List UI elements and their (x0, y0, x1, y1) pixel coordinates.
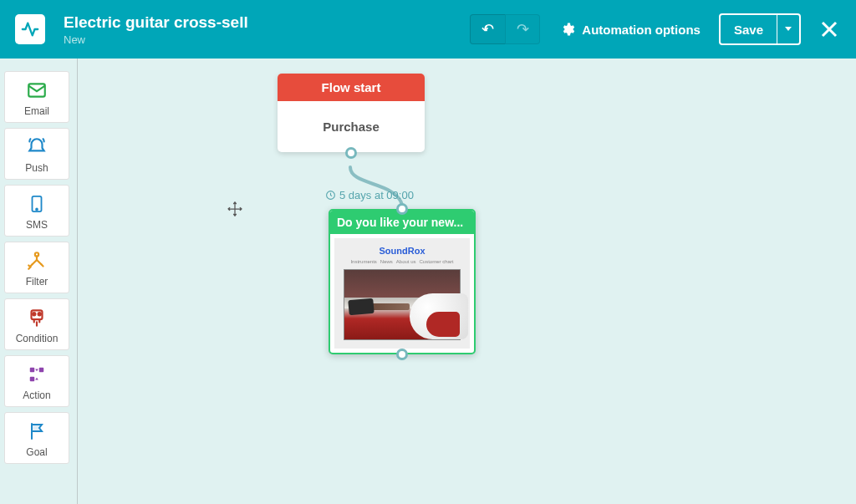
palette-label: Goal (26, 446, 47, 458)
save-dropdown-button[interactable] (777, 13, 801, 45)
flow-canvas[interactable]: Flow start Purchase 5 days at 09:00 Do y… (77, 59, 856, 504)
automation-options-label: Automation options (582, 23, 701, 37)
palette-label: Filter (26, 276, 48, 288)
svg-rect-10 (39, 368, 44, 373)
palette-label: Email (24, 105, 49, 117)
palette-item-email[interactable]: Email (4, 71, 69, 123)
automation-options-button[interactable]: Automation options (557, 14, 704, 44)
email-preview-thumbnail: SoundRox Instruments News About us Custo… (334, 238, 470, 349)
svg-marker-13 (35, 378, 38, 380)
save-button[interactable]: Save (719, 13, 777, 45)
palette-label: Action (23, 389, 50, 401)
undo-button[interactable]: ↶ (470, 14, 505, 44)
palette-label: Condition (16, 333, 59, 344)
email-icon (25, 79, 48, 102)
preview-nav: Instruments News About us Customer chart (350, 259, 453, 264)
filter-icon (25, 249, 48, 272)
svg-point-4 (36, 209, 38, 211)
push-icon (25, 135, 48, 159)
element-palette: Email Push SMS Filter Condition Action (4, 71, 69, 464)
action-icon (25, 363, 48, 386)
preview-hero-image (344, 269, 461, 340)
node-output-port[interactable] (396, 349, 408, 360)
flow-start-header: Flow start (278, 74, 425, 101)
palette-item-action[interactable]: Action (4, 355, 69, 407)
palette-item-filter[interactable]: Filter (4, 242, 69, 293)
close-icon (819, 19, 839, 39)
delay-label[interactable]: 5 days at 09:00 (325, 189, 414, 201)
palette-item-goal[interactable]: Goal (4, 412, 69, 464)
node-output-port[interactable] (345, 147, 357, 159)
svg-marker-12 (35, 369, 38, 372)
automation-title: Electric guitar cross-sell (64, 13, 248, 32)
automation-status: New (64, 33, 248, 46)
flow-start-trigger: Purchase (278, 101, 425, 152)
svg-point-7 (33, 313, 35, 315)
svg-point-8 (38, 313, 41, 315)
svg-rect-9 (30, 368, 35, 373)
palette-item-sms[interactable]: SMS (4, 185, 69, 237)
delay-text: 5 days at 09:00 (339, 189, 414, 201)
move-cursor-icon (227, 201, 243, 217)
sms-icon (25, 192, 48, 216)
email-node[interactable]: Do you like your new... SoundRox Instrum… (329, 209, 476, 354)
chevron-down-icon (785, 27, 792, 32)
svg-rect-11 (30, 377, 35, 382)
palette-label: SMS (26, 219, 48, 231)
palette-label: Push (25, 162, 48, 174)
app-logo-icon (15, 14, 45, 44)
node-input-port[interactable] (396, 203, 408, 215)
gear-icon (560, 22, 575, 37)
top-header: Electric guitar cross-sell New ↶ ↷ Autom… (0, 0, 856, 59)
close-button[interactable] (818, 18, 841, 41)
flow-start-node[interactable]: Flow start Purchase (278, 74, 425, 152)
redo-button[interactable]: ↷ (505, 14, 540, 44)
condition-icon (25, 306, 48, 329)
clock-icon (325, 190, 336, 201)
preview-brand: SoundRox (380, 246, 425, 256)
palette-item-push[interactable]: Push (4, 128, 69, 180)
goal-icon (25, 420, 48, 443)
palette-item-condition[interactable]: Condition (4, 298, 69, 350)
